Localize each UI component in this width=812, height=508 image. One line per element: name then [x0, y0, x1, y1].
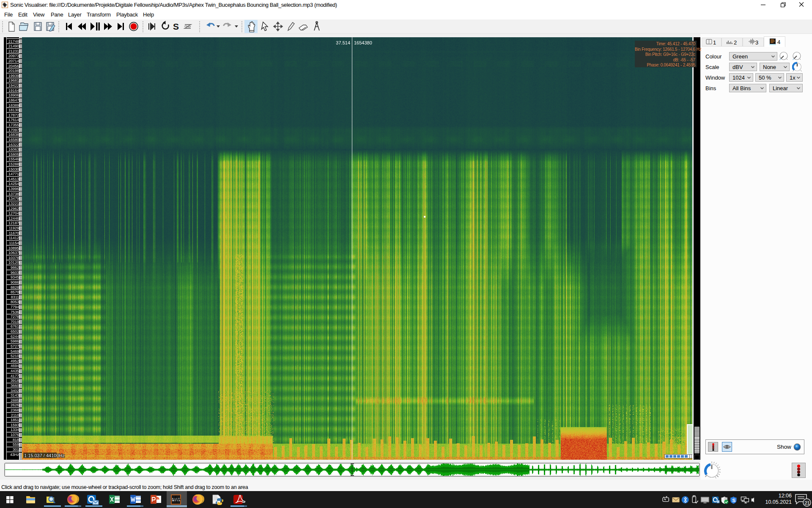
svg-text:S: S	[732, 497, 735, 503]
svg-text:S: S	[173, 22, 179, 31]
svg-text:21: 21	[805, 500, 810, 505]
